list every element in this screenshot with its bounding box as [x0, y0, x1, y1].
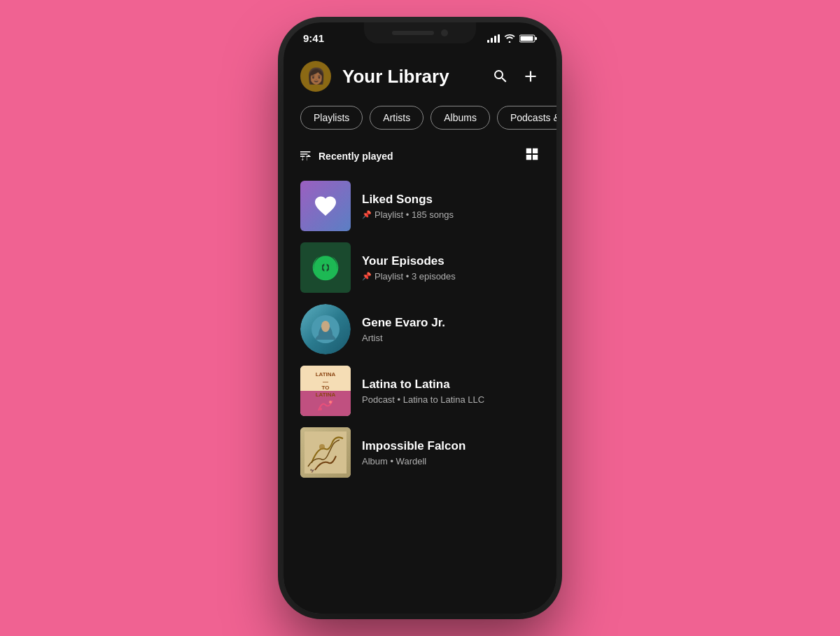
svg-point-5: [321, 321, 330, 332]
filter-chips: Playlists Artists Albums Podcasts & Show…: [284, 100, 556, 141]
episodes-sub: 📌 Playlist • 3 episodes: [362, 271, 540, 282]
falcon-info: Impossible Falcon Album • Wardell: [362, 439, 540, 466]
sort-bar: ↓↑ Recently played: [284, 141, 556, 175]
svg-rect-1: [535, 37, 537, 40]
list-item-gene-evaro[interactable]: Gene Evaro Jr. Artist: [284, 298, 556, 360]
liked-songs-sub: 📌 Playlist • 185 songs: [362, 209, 540, 220]
pin-icon-2: 📌: [362, 272, 372, 281]
svg-text:↓↑: ↓↑: [300, 153, 309, 161]
episodes-art: [300, 242, 351, 293]
falcon-sub: Album • Wardell: [362, 456, 540, 466]
sort-label-text: Recently played: [318, 151, 393, 162]
signal-icon: [487, 34, 500, 43]
phone-frame: 9:41: [284, 22, 556, 614]
list-item-impossible-falcon[interactable]: 🦅 Impossible Falcon Album • Wardell: [284, 422, 556, 483]
library-header: 👩🏾 Your Library: [284, 50, 556, 100]
add-button[interactable]: [522, 67, 540, 85]
svg-rect-2: [521, 36, 533, 41]
latina-art: LATINA—TOLATINA: [300, 366, 351, 416]
liked-songs-name: Liked Songs: [362, 193, 540, 207]
episodes-info: Your Episodes 📌 Playlist • 3 episodes: [362, 254, 540, 282]
pin-icon: 📌: [362, 210, 372, 219]
latina-info: Latina to Latina Podcast • Latina to Lat…: [362, 378, 540, 405]
search-button[interactable]: [492, 68, 509, 85]
header-actions: [492, 67, 540, 85]
speaker: [392, 31, 434, 35]
status-icons: [487, 34, 537, 43]
gene-evaro-sub: Artist: [362, 333, 540, 343]
list-item-liked-songs[interactable]: Liked Songs 📌 Playlist • 185 songs: [284, 175, 556, 237]
latina-name: Latina to Latina: [362, 378, 540, 392]
avatar[interactable]: 👩🏾: [300, 61, 331, 92]
sort-button[interactable]: ↓↑ Recently played: [300, 151, 393, 162]
gene-evaro-name: Gene Evaro Jr.: [362, 316, 540, 330]
episodes-name: Your Episodes: [362, 254, 540, 268]
wifi-icon: [504, 34, 515, 43]
falcon-art: 🦅: [300, 427, 351, 478]
liked-songs-art: [300, 181, 351, 231]
battery-icon: [519, 34, 537, 43]
page-title: Your Library: [342, 66, 481, 88]
svg-point-6: [319, 408, 322, 410]
latina-sub: Podcast • Latina to Latina LLC: [362, 394, 540, 405]
filter-chip-artists[interactable]: Artists: [370, 106, 424, 130]
grid-view-button[interactable]: [524, 146, 540, 165]
phone-screen: 9:41: [284, 22, 556, 614]
falcon-name: Impossible Falcon: [362, 439, 540, 453]
gene-evaro-art: [300, 304, 351, 354]
list-item-your-episodes[interactable]: Your Episodes 📌 Playlist • 3 episodes: [284, 237, 556, 298]
main-content: 👩🏾 Your Library: [284, 50, 556, 606]
gene-evaro-info: Gene Evaro Jr. Artist: [362, 316, 540, 343]
notch: [364, 22, 476, 43]
filter-chip-albums[interactable]: Albums: [430, 106, 490, 130]
liked-songs-info: Liked Songs 📌 Playlist • 185 songs: [362, 193, 540, 220]
svg-text:🦅: 🦅: [310, 469, 315, 473]
list-item-latina-to-latina[interactable]: LATINA—TOLATINA Latina to Latina: [284, 360, 556, 422]
filter-chip-playlists[interactable]: Playlists: [300, 106, 363, 130]
svg-point-9: [319, 444, 325, 450]
filter-chip-podcasts[interactable]: Podcasts & Shows: [497, 106, 556, 130]
front-camera: [441, 29, 448, 36]
status-time: 9:41: [303, 32, 324, 44]
svg-point-7: [329, 401, 332, 403]
